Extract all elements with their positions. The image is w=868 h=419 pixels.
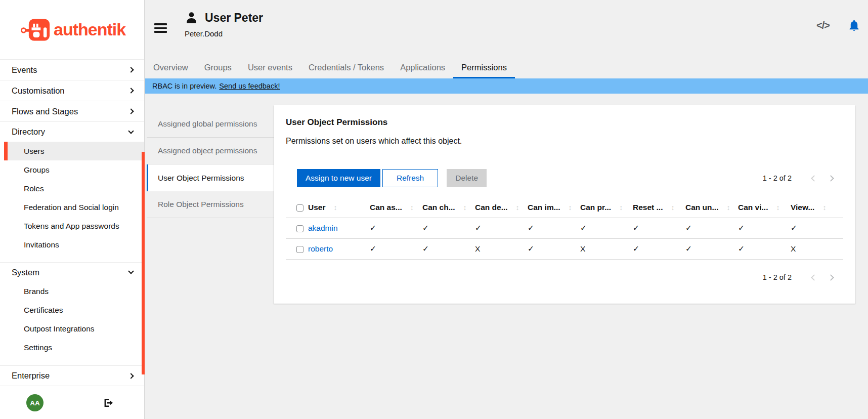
sort-icon[interactable]: ↕: [822, 203, 826, 212]
table-header-row: User↕ Can as...↕ Can ch...↕ Can de...↕ C…: [286, 197, 843, 218]
sort-icon[interactable]: ↕: [410, 203, 414, 212]
sort-icon[interactable]: ↕: [333, 203, 337, 212]
perm-value: X: [475, 244, 480, 253]
sidebar-item-system[interactable]: System: [0, 263, 144, 282]
column-header-can-unassign[interactable]: Can un...↕: [685, 197, 738, 218]
perm-value: ✓: [475, 224, 482, 232]
sidebar-item-directory[interactable]: Directory: [0, 122, 144, 142]
permissions-table: User↕ Can as...↕ Can ch...↕ Can de...↕ C…: [286, 197, 843, 260]
row-checkbox[interactable]: [296, 225, 303, 232]
sidebar: authentik Events Customisation Flows and…: [0, 0, 145, 419]
row-checkbox[interactable]: [296, 246, 303, 253]
tab-applications[interactable]: Applications: [392, 57, 453, 78]
page-tabs: Overview Groups User events Credentials …: [145, 57, 868, 78]
column-header-can-view[interactable]: Can vi...↕: [738, 197, 791, 218]
column-header-user[interactable]: User↕: [308, 197, 370, 218]
column-header-can-impersonate[interactable]: Can im...↕: [528, 197, 580, 218]
api-code-icon[interactable]: </>: [816, 20, 830, 31]
card-title: User Object Permissions: [286, 117, 843, 128]
avatar[interactable]: AA: [26, 394, 44, 411]
feedback-link[interactable]: Send us feedback!: [219, 82, 280, 90]
sort-icon[interactable]: ↕: [569, 203, 572, 212]
perm-value: ✓: [370, 244, 376, 253]
subnav-user-object-permissions[interactable]: User Object Permissions: [147, 164, 274, 191]
subnav-role-object-permissions[interactable]: Role Object Permissions: [147, 191, 274, 218]
perm-value: ✓: [370, 224, 376, 232]
sidebar-item-groups[interactable]: Groups: [0, 160, 144, 179]
sidebar-item-users[interactable]: Users: [4, 142, 144, 160]
chevron-right-icon: [828, 274, 834, 281]
sidebar-item-outpost-integrations[interactable]: Outpost Integrations: [0, 319, 144, 338]
sidebar-item-events[interactable]: Events: [0, 60, 144, 80]
sign-out-icon[interactable]: [103, 398, 113, 410]
delete-button[interactable]: Delete: [447, 169, 487, 187]
subnav-assigned-global-permissions[interactable]: Assigned global permissions: [147, 111, 274, 138]
sidebar-item-brands[interactable]: Brands: [0, 282, 144, 301]
perm-value: ✓: [528, 224, 534, 232]
column-header-can-delete[interactable]: Can de...↕: [475, 197, 528, 218]
sort-icon[interactable]: ↕: [619, 203, 623, 212]
chevron-right-icon: [828, 175, 834, 182]
chevron-right-icon: [128, 373, 134, 379]
perm-value: ✓: [633, 224, 639, 232]
brand-name: authentik: [54, 20, 125, 39]
tab-groups[interactable]: Groups: [196, 57, 240, 78]
sort-icon[interactable]: ↕: [463, 203, 467, 212]
authentik-logo[interactable]: authentik: [0, 0, 144, 60]
perm-value: ✓: [738, 244, 745, 253]
chevron-right-icon: [128, 108, 134, 114]
authentik-logo-icon: [20, 17, 51, 43]
refresh-button[interactable]: Refresh: [382, 169, 438, 187]
column-header-view[interactable]: View...↕: [791, 197, 843, 218]
sort-icon[interactable]: ↕: [776, 203, 779, 212]
pagination-top: 1 - 2 of 2: [763, 174, 843, 182]
user-link[interactable]: akadmin: [308, 224, 338, 232]
page-title-block: User Peter Peter.Dodd: [185, 11, 263, 38]
perm-value: ✓: [528, 244, 534, 253]
sidebar-item-invitations[interactable]: Invitations: [0, 235, 144, 254]
column-header-can-preview[interactable]: Can pr...↕: [580, 197, 633, 218]
page-header: User Peter Peter.Dodd </>: [145, 0, 868, 57]
page-subtitle: Peter.Dodd: [185, 29, 263, 38]
assign-to-new-user-button[interactable]: Assign to new user: [297, 169, 380, 187]
user-link[interactable]: roberto: [308, 244, 333, 253]
pagination-label: 1 - 2 of 2: [763, 273, 792, 281]
prev-page-button[interactable]: [809, 275, 819, 280]
sidebar-item-flows-and-stages[interactable]: Flows and Stages: [0, 101, 144, 122]
subnav-assigned-object-permissions[interactable]: Assigned object permissions: [147, 138, 274, 164]
chevron-left-icon: [811, 175, 817, 182]
sidebar-item-customisation[interactable]: Customisation: [0, 80, 144, 101]
select-all-checkbox[interactable]: [296, 204, 303, 212]
notifications-bell-icon[interactable]: [848, 19, 860, 32]
sidebar-scrollbar-thumb[interactable]: [142, 152, 145, 374]
tab-credentials-tokens[interactable]: Credentials / Tokens: [300, 57, 392, 78]
sort-icon[interactable]: ↕: [671, 203, 674, 212]
sidebar-item-enterprise[interactable]: Enterprise: [0, 366, 144, 386]
sort-icon[interactable]: ↕: [516, 203, 519, 212]
column-header-can-assign[interactable]: Can as...↕: [370, 197, 422, 218]
prev-page-button[interactable]: [809, 176, 819, 181]
user-icon: [185, 11, 198, 25]
sidebar-item-federation[interactable]: Federation and Social login: [0, 198, 144, 217]
perm-value: X: [791, 244, 796, 253]
next-page-button[interactable]: [826, 275, 836, 280]
sidebar-item-roles[interactable]: Roles: [0, 179, 144, 198]
content-area: Assigned global permissions Assigned obj…: [145, 94, 868, 419]
sidebar-footer: AA: [0, 386, 144, 419]
column-header-can-change[interactable]: Can ch...↕: [422, 197, 475, 218]
tab-permissions[interactable]: Permissions: [453, 57, 515, 78]
column-header-reset[interactable]: Reset ...↕: [633, 197, 685, 218]
sidebar-item-certificates[interactable]: Certificates: [0, 301, 144, 319]
tab-user-events[interactable]: User events: [240, 57, 300, 78]
tab-overview[interactable]: Overview: [145, 57, 196, 78]
sidebar-item-settings[interactable]: Settings: [0, 338, 144, 357]
main-area: User Peter Peter.Dodd </> Overview Group…: [145, 0, 868, 419]
perm-value: ✓: [791, 224, 797, 232]
hamburger-menu-icon[interactable]: [154, 23, 167, 35]
rbac-preview-banner: RBAC is in preview. Send us feedback!: [145, 78, 868, 94]
next-page-button[interactable]: [826, 176, 836, 181]
sidebar-item-tokens[interactable]: Tokens and App passwords: [0, 217, 144, 235]
chevron-right-icon: [128, 67, 134, 72]
sort-icon[interactable]: ↕: [726, 203, 730, 212]
chevron-right-icon: [128, 88, 134, 93]
